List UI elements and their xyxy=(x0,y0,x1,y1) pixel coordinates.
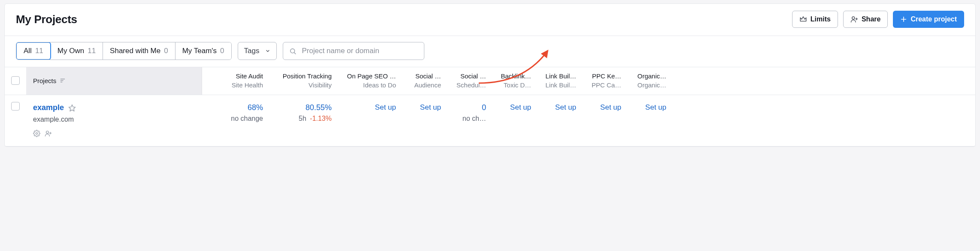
person-add-icon xyxy=(850,15,858,23)
col-title: Backlink… xyxy=(501,72,531,80)
svg-point-3 xyxy=(36,132,37,134)
select-all-checkbox[interactable] xyxy=(11,76,20,85)
filter-tabs: All 11 My Own 11 Shared with Me 0 My Tea… xyxy=(16,42,232,60)
col-projects[interactable]: Projects xyxy=(26,67,202,95)
tab-count: 0 xyxy=(220,47,224,55)
col-link-building[interactable]: Link Buil… Link Buil… xyxy=(535,67,580,95)
col-social-schedule[interactable]: Social … Schedul… xyxy=(445,67,490,95)
col-backlink[interactable]: Backlink… Toxic D… xyxy=(490,67,535,95)
tab-label: Shared with Me xyxy=(110,47,160,55)
col-onpage-seo[interactable]: On Page SEO … Ideas to Do xyxy=(335,67,399,95)
tab-count: 11 xyxy=(35,47,43,55)
col-ppc[interactable]: PPC Ke… PPC Ca… xyxy=(580,67,625,95)
setup-link-building[interactable]: Set up xyxy=(555,103,576,111)
col-title: PPC Ke… xyxy=(592,72,621,80)
search-input-wrap[interactable] xyxy=(283,42,424,60)
col-sub: Ideas to Do xyxy=(339,81,396,90)
tab-count: 11 xyxy=(88,47,96,55)
table-row: example example.com 68% no ch xyxy=(5,95,975,146)
gear-icon[interactable] xyxy=(33,130,40,137)
limits-button[interactable]: Limits xyxy=(792,11,838,28)
position-tracking-delta: -1.13% xyxy=(310,115,332,122)
row-checkbox[interactable] xyxy=(11,102,20,111)
tab-all[interactable]: All 11 xyxy=(16,42,51,60)
table-header: Projects Site Audit Site Health Position… xyxy=(5,67,975,95)
setup-ppc[interactable]: Set up xyxy=(600,103,621,111)
col-sub: Organic… xyxy=(628,81,666,90)
tab-shared-with-me[interactable]: Shared with Me 0 xyxy=(103,42,175,60)
col-title: Social … xyxy=(415,72,441,80)
col-sub: Visibility xyxy=(270,81,332,90)
col-sub: Toxic D… xyxy=(493,81,531,90)
tab-label: My Team's xyxy=(182,47,217,55)
tab-label: My Own xyxy=(57,47,84,55)
col-sub: Schedul… xyxy=(448,81,486,90)
col-sub: Audience xyxy=(403,81,441,90)
share-button[interactable]: Share xyxy=(843,11,888,28)
col-position-tracking[interactable]: Position Tracking Visibility xyxy=(266,67,335,95)
col-title: Organic… xyxy=(637,72,666,80)
col-title: Social … xyxy=(460,72,486,80)
col-site-audit[interactable]: Site Audit Site Health xyxy=(202,67,266,95)
setup-organic[interactable]: Set up xyxy=(645,103,666,111)
limits-label: Limits xyxy=(811,15,831,23)
search-icon xyxy=(289,48,296,55)
svg-marker-2 xyxy=(69,105,76,111)
svg-point-0 xyxy=(852,17,855,19)
site-audit-value[interactable]: 68% xyxy=(206,102,263,114)
col-title: Site Audit xyxy=(236,72,263,80)
setup-backlink[interactable]: Set up xyxy=(510,103,531,111)
col-sub: Link Buil… xyxy=(538,81,576,90)
page-title: My Projects xyxy=(16,13,77,26)
plus-icon xyxy=(900,16,907,23)
create-project-label: Create project xyxy=(910,15,957,23)
chevron-down-icon xyxy=(265,48,270,54)
tags-label: Tags xyxy=(244,47,260,55)
col-sub: PPC Ca… xyxy=(583,81,621,90)
col-title: Link Buil… xyxy=(545,72,576,80)
tab-label: All xyxy=(24,47,32,55)
setup-social-audience[interactable]: Set up xyxy=(420,103,441,111)
position-tracking-value[interactable]: 80.55% xyxy=(270,102,332,114)
create-project-button[interactable]: Create project xyxy=(893,11,964,28)
star-icon[interactable] xyxy=(68,104,76,112)
col-title: Position Tracking xyxy=(283,72,332,80)
social-schedule-delta: no ch… xyxy=(448,114,486,124)
col-projects-label: Projects xyxy=(33,76,56,85)
col-sub: Site Health xyxy=(206,81,263,90)
person-add-icon[interactable] xyxy=(45,130,52,137)
project-domain: example.com xyxy=(33,114,199,125)
social-schedule-value[interactable]: 0 xyxy=(448,102,486,114)
col-organic[interactable]: Organic… Organic… xyxy=(625,67,670,95)
search-input[interactable] xyxy=(301,46,418,56)
setup-onpage[interactable]: Set up xyxy=(375,103,396,111)
crown-icon xyxy=(799,15,807,23)
tab-my-teams[interactable]: My Team's 0 xyxy=(175,42,231,60)
col-title: On Page SEO … xyxy=(347,72,396,80)
site-audit-delta: no change xyxy=(206,114,263,124)
share-label: Share xyxy=(862,15,880,23)
col-social-audience[interactable]: Social … Audience xyxy=(399,67,445,95)
position-tracking-age: 5h xyxy=(299,115,306,122)
svg-point-4 xyxy=(46,131,49,134)
tab-count: 0 xyxy=(164,47,168,55)
project-name-link[interactable]: example xyxy=(33,102,64,114)
tab-my-own[interactable]: My Own 11 xyxy=(51,42,103,60)
tags-dropdown[interactable]: Tags xyxy=(238,42,277,60)
sort-icon xyxy=(60,78,66,84)
